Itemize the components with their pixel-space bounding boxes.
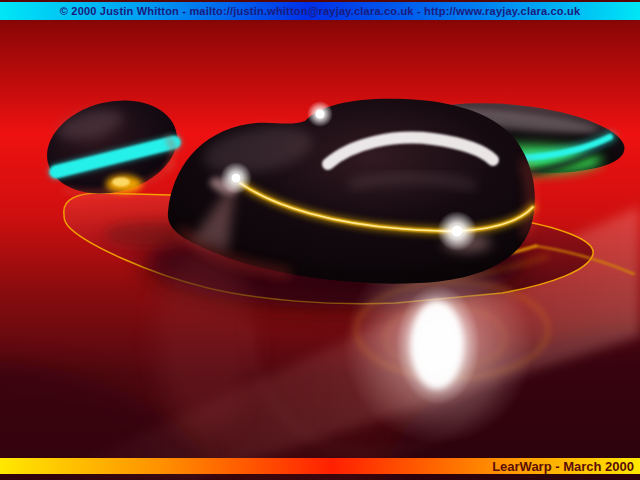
top-light-ball (316, 110, 325, 119)
footer-bar: LearWarp - March 2000 (0, 458, 640, 474)
image-title-text: LearWarp - March 2000 (492, 459, 634, 474)
pod-under-glow-core (112, 178, 130, 187)
glow-core (411, 301, 463, 389)
pod-reflection (157, 245, 253, 435)
header-bar: © 2000 Justin Whitton - mailto://justin.… (0, 2, 640, 20)
artwork-page: © 2000 Justin Whitton - mailto://justin.… (0, 0, 640, 480)
copyright-url-text: © 2000 Justin Whitton - mailto://justin.… (60, 5, 581, 17)
left-light-ball (232, 174, 241, 183)
right-light-ball (452, 226, 463, 237)
scene-render (0, 0, 640, 480)
